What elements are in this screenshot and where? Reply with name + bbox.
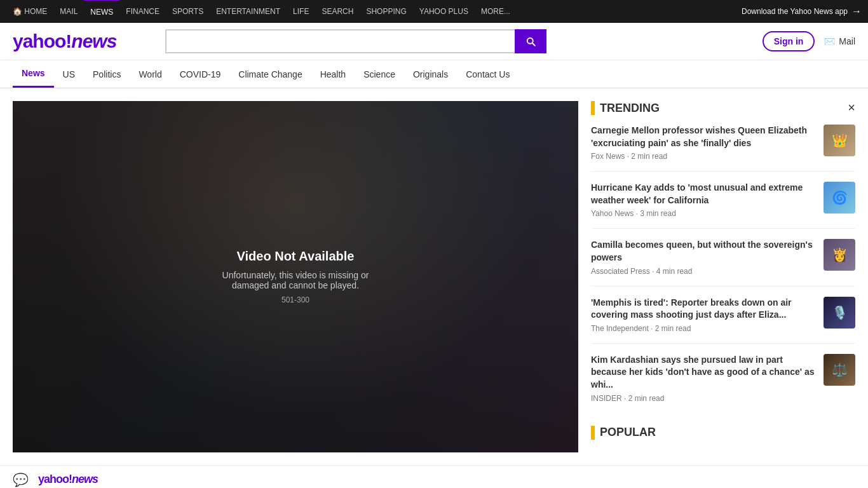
nav-climate-tab[interactable]: Climate Change xyxy=(229,62,311,87)
mail-icon: ✉️ xyxy=(824,36,835,46)
nav-sports[interactable]: SPORTS xyxy=(166,0,210,23)
trending-item-2-text: Hurricane Kay adds to 'most unusual and … xyxy=(591,182,817,218)
nav-originals-tab[interactable]: Originals xyxy=(404,62,457,87)
search-input[interactable] xyxy=(165,29,515,53)
nav-yahoo-plus[interactable]: YAHOO PLUS xyxy=(413,0,475,23)
header-right: Sign in ✉️ Mail xyxy=(763,31,855,51)
top-navigation: 🏠 HOME MAIL NEWS FINANCE SPORTS ENTERTAI… xyxy=(0,0,868,23)
nav-science-tab[interactable]: Science xyxy=(355,62,404,87)
bottom-bar: 💬 yahoo!news xyxy=(0,465,868,488)
popular-section: POPULAR xyxy=(591,426,855,440)
trending-item-3-meta: Associated Press · 4 min read xyxy=(591,267,817,276)
search-button[interactable] xyxy=(515,29,546,53)
trending-item-2-meta: Yahoo News · 3 min read xyxy=(591,209,817,218)
trending-item-3-text: Camilla becomes queen, but without the s… xyxy=(591,239,817,275)
logo-text: yahoo!news xyxy=(13,30,116,52)
trending-item-1-title: Carnegie Mellon professor wishes Queen E… xyxy=(591,125,817,149)
trending-item-1[interactable]: Carnegie Mellon professor wishes Queen E… xyxy=(591,125,855,172)
nav-us-tab[interactable]: US xyxy=(54,62,84,87)
nav-life[interactable]: LIFE xyxy=(287,0,315,23)
nav-home[interactable]: 🏠 HOME xyxy=(6,0,53,23)
trending-item-4-thumbnail: 🎙️ xyxy=(824,297,855,329)
trending-item-4-title: 'Memphis is tired': Reporter breaks down… xyxy=(591,297,817,322)
search-bar xyxy=(165,29,546,53)
nav-more[interactable]: MORE... xyxy=(475,0,517,23)
mail-link[interactable]: ✉️ Mail xyxy=(824,36,855,46)
trending-item-1-meta: Fox News · 2 min read xyxy=(591,152,817,161)
comment-icon[interactable]: 💬 xyxy=(13,472,29,487)
trending-item-1-thumbnail: 👑 xyxy=(824,125,855,156)
nav-search[interactable]: SEARCH xyxy=(315,0,360,23)
video-description: Unfortunately, this video is missing ord… xyxy=(222,270,369,290)
arrow-right-icon xyxy=(851,6,862,17)
close-sidebar-button[interactable]: × xyxy=(848,101,855,114)
nav-covid-tab[interactable]: COVID-19 xyxy=(171,62,230,87)
trending-item-1-text: Carnegie Mellon professor wishes Queen E… xyxy=(591,125,817,161)
nav-contact-tab[interactable]: Contact Us xyxy=(457,62,519,87)
sign-in-button[interactable]: Sign in xyxy=(763,31,815,51)
nav-health-tab[interactable]: Health xyxy=(311,62,355,87)
site-header: yahoo!news Sign in ✉️ Mail xyxy=(0,23,868,60)
nav-entertainment[interactable]: ENTERTAINMENT xyxy=(210,0,287,23)
trending-item-5[interactable]: Kim Kardashian says she pursued law in p… xyxy=(591,354,855,413)
nav-news-tab[interactable]: News xyxy=(13,60,54,88)
nav-finance[interactable]: FINANCE xyxy=(119,0,166,23)
popular-bar xyxy=(591,426,595,440)
home-icon: 🏠 xyxy=(13,7,22,16)
nav-news[interactable]: NEWS xyxy=(84,0,119,24)
trending-section: TRENDING Carnegie Mellon professor wishe… xyxy=(591,101,855,413)
video-error-code: 501-300 xyxy=(222,295,369,304)
trending-item-3-title: Camilla becomes queen, but without the s… xyxy=(591,239,817,264)
trending-item-2[interactable]: Hurricane Kay adds to 'most unusual and … xyxy=(591,182,855,229)
trending-item-5-title: Kim Kardashian says she pursued law in p… xyxy=(591,354,817,391)
main-content: Video Not Available Unfortunately, this … xyxy=(0,88,868,465)
download-app-link[interactable]: Download the Yahoo News app xyxy=(742,6,862,17)
site-logo[interactable]: yahoo!news xyxy=(13,30,153,52)
trending-item-5-text: Kim Kardashian says she pursued law in p… xyxy=(591,354,817,403)
video-not-available-title: Video Not Available xyxy=(222,249,369,264)
secondary-navigation: News US Politics World COVID-19 Climate … xyxy=(0,60,868,88)
trending-item-2-thumbnail: 🌀 xyxy=(824,182,855,214)
trending-item-5-thumbnail: ⚖️ xyxy=(824,354,855,386)
bottom-logo: yahoo!news xyxy=(38,473,98,486)
nav-shopping[interactable]: SHOPPING xyxy=(360,0,412,23)
nav-politics-tab[interactable]: Politics xyxy=(84,62,130,87)
trending-title: TRENDING xyxy=(591,101,848,115)
trending-item-4[interactable]: 'Memphis is tired': Reporter breaks down… xyxy=(591,297,855,344)
trending-sidebar: × TRENDING Carnegie Mellon professor wis… xyxy=(578,101,855,452)
video-overlay: Video Not Available Unfortunately, this … xyxy=(210,236,382,317)
nav-world-tab[interactable]: World xyxy=(130,62,170,87)
trending-item-3[interactable]: Camilla becomes queen, but without the s… xyxy=(591,239,855,286)
nav-mail[interactable]: MAIL xyxy=(53,0,84,23)
video-player[interactable]: Video Not Available Unfortunately, this … xyxy=(13,101,578,452)
trending-item-2-title: Hurricane Kay adds to 'most unusual and … xyxy=(591,182,817,207)
trending-bar xyxy=(591,101,595,115)
popular-title: POPULAR xyxy=(591,426,855,440)
trending-item-4-meta: The Independent · 2 min read xyxy=(591,324,817,333)
trending-item-4-text: 'Memphis is tired': Reporter breaks down… xyxy=(591,297,817,333)
search-icon xyxy=(525,36,536,47)
trending-item-5-meta: INSIDER · 2 min read xyxy=(591,394,817,403)
trending-item-3-thumbnail: 👸 xyxy=(824,239,855,271)
